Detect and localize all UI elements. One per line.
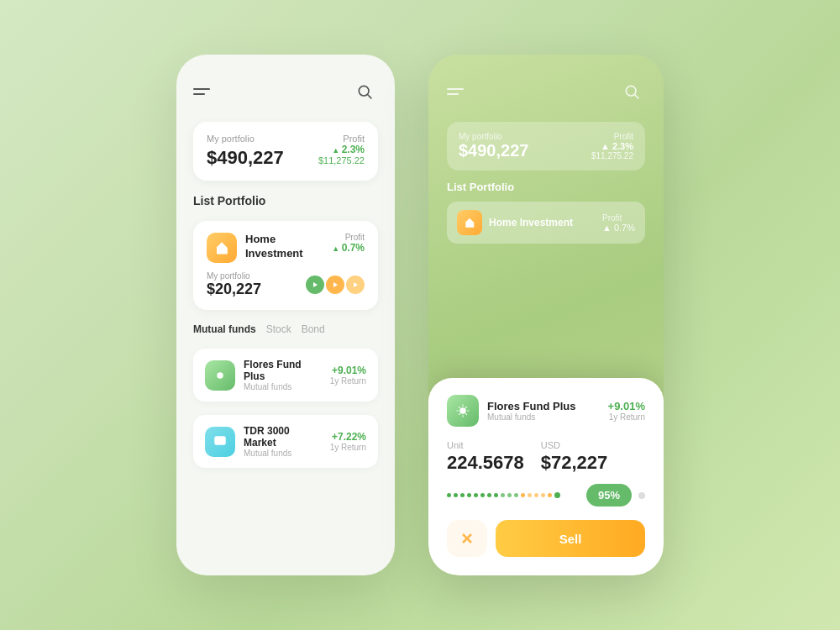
- flores-icon: [205, 360, 235, 391]
- progress-tail: [638, 492, 645, 499]
- usd-stat: USD $72,227: [541, 440, 608, 474]
- right-phone-top: My portfolio $490,227 Profit ▲ 2.3% $11,…: [428, 55, 664, 257]
- modal-fund-info: Flores Fund Plus Mutual funds: [487, 400, 600, 422]
- modal-fund-name: Flores Fund Plus: [487, 400, 600, 412]
- home-investment-name: Home Investment: [245, 233, 323, 261]
- home-profit-pct: 0.7%: [332, 242, 365, 254]
- tdr-name: TDR 3000 Market: [244, 425, 322, 449]
- svg-point-7: [626, 86, 636, 96]
- profit-amount: $11,275.22: [318, 155, 365, 165]
- progress-badge: 95%: [586, 484, 632, 507]
- svg-rect-6: [214, 436, 226, 445]
- unit-value: 224.5678: [447, 452, 524, 474]
- svg-marker-4: [354, 282, 358, 287]
- right-search-button[interactable]: [618, 78, 645, 105]
- flores-fund-card[interactable]: Flores Fund Plus Mutual funds +9.01% 1y …: [193, 349, 378, 402]
- progress-bar[interactable]: 95%: [447, 484, 645, 507]
- usd-value: $72,227: [541, 452, 608, 474]
- tdr-icon: [205, 427, 235, 457]
- menu-icon[interactable]: [193, 88, 210, 95]
- right-profit-amount: $11,275.22: [591, 151, 633, 160]
- right-home-name: Home Investment: [489, 217, 596, 228]
- tdr-type: Mutual funds: [244, 449, 322, 458]
- home-icon: [207, 233, 237, 263]
- home-portfolio-label: My portfolio: [207, 271, 261, 281]
- unit-stat: Unit 224.5678: [447, 440, 524, 474]
- portfolio-amount: $490,227: [207, 147, 284, 169]
- right-portfolio-label: My portfolio: [459, 132, 528, 141]
- cancel-button[interactable]: [447, 520, 487, 557]
- left-phone-header: [193, 75, 378, 108]
- right-portfolio-amount: $490,227: [459, 141, 528, 160]
- tdr-pct: +7.22%: [330, 431, 366, 443]
- right-home-profit-pct: ▲ 0.7%: [602, 223, 635, 233]
- portfolio-card: My portfolio $490,227 Profit 2.3% $11,27…: [193, 122, 378, 181]
- progress-dots: [447, 493, 580, 498]
- right-profit-label: Profit: [591, 132, 633, 141]
- modal-flores-icon: [447, 395, 479, 427]
- svg-point-0: [359, 86, 369, 96]
- mutual-funds-tab[interactable]: Mutual funds: [193, 323, 256, 335]
- home-portfolio-amount: $20,227: [207, 281, 261, 298]
- modal-return-pct: +9.01%: [608, 400, 645, 412]
- mutual-funds-header: Mutual funds Stock Bond: [193, 323, 378, 335]
- svg-line-1: [368, 95, 372, 99]
- stock-tab[interactable]: Stock: [266, 323, 291, 335]
- flores-info: Flores Fund Plus Mutual funds: [244, 359, 322, 391]
- search-button[interactable]: [351, 78, 378, 105]
- toggle-orange: [326, 276, 344, 294]
- flores-type: Mutual funds: [244, 382, 322, 391]
- unit-label: Unit: [447, 440, 524, 450]
- list-portfolio-title: List Portfolio: [193, 194, 378, 207]
- flores-period: 1y Return: [330, 376, 366, 386]
- profit-label: Profit: [318, 134, 365, 144]
- right-menu-icon[interactable]: [447, 88, 464, 95]
- sell-button[interactable]: Sell: [496, 520, 645, 557]
- modal-stats: Unit 224.5678 USD $72,227: [447, 440, 645, 474]
- usd-label: USD: [541, 440, 608, 450]
- right-home-icon: [457, 210, 482, 235]
- tdr-fund-card[interactable]: TDR 3000 Market Mutual funds +7.22% 1y R…: [193, 415, 378, 468]
- modal-return: +9.01% 1y Return: [608, 400, 645, 422]
- home-investment-card[interactable]: Home Investment Profit 0.7% My portfolio…: [193, 221, 378, 310]
- right-profit-pct: ▲ 2.3%: [591, 141, 633, 151]
- toggle-arrows[interactable]: [306, 276, 365, 294]
- svg-point-5: [217, 372, 223, 379]
- left-phone: My portfolio $490,227 Profit 2.3% $11,27…: [176, 55, 395, 575]
- toggle-light-orange: [346, 276, 365, 294]
- right-phone: My portfolio $490,227 Profit ▲ 2.3% $11,…: [428, 55, 664, 575]
- toggle-green: [306, 276, 324, 294]
- flores-name: Flores Fund Plus: [244, 359, 322, 382]
- bond-tab[interactable]: Bond: [302, 323, 325, 335]
- flores-return: +9.01% 1y Return: [330, 365, 366, 386]
- modal-buttons: Sell: [447, 520, 645, 557]
- right-phone-header: [447, 75, 645, 108]
- right-list-portfolio-title: List Portfolio: [447, 181, 645, 193]
- svg-line-8: [635, 95, 639, 99]
- tdr-period: 1y Return: [330, 443, 366, 452]
- svg-marker-3: [333, 282, 338, 287]
- profit-pct: 2.3%: [318, 144, 365, 155]
- modal-fund-type: Mutual funds: [487, 412, 600, 422]
- modal-return-period: 1y Return: [608, 412, 645, 422]
- svg-point-9: [459, 407, 466, 414]
- modal-sheet: Flores Fund Plus Mutual funds +9.01% 1y …: [428, 378, 664, 575]
- flores-pct: +9.01%: [330, 365, 366, 376]
- tdr-return: +7.22% 1y Return: [330, 431, 366, 452]
- modal-fund-header: Flores Fund Plus Mutual funds +9.01% 1y …: [447, 395, 645, 427]
- portfolio-label: My portfolio: [207, 134, 284, 144]
- tdr-info: TDR 3000 Market Mutual funds: [244, 425, 322, 458]
- home-profit-label: Profit: [332, 233, 365, 242]
- svg-marker-2: [313, 282, 318, 287]
- right-portfolio-card: My portfolio $490,227 Profit ▲ 2.3% $11,…: [447, 122, 645, 171]
- right-home-profit-label: Profit: [602, 213, 635, 223]
- right-home-investment[interactable]: Home Investment Profit ▲ 0.7%: [447, 202, 645, 244]
